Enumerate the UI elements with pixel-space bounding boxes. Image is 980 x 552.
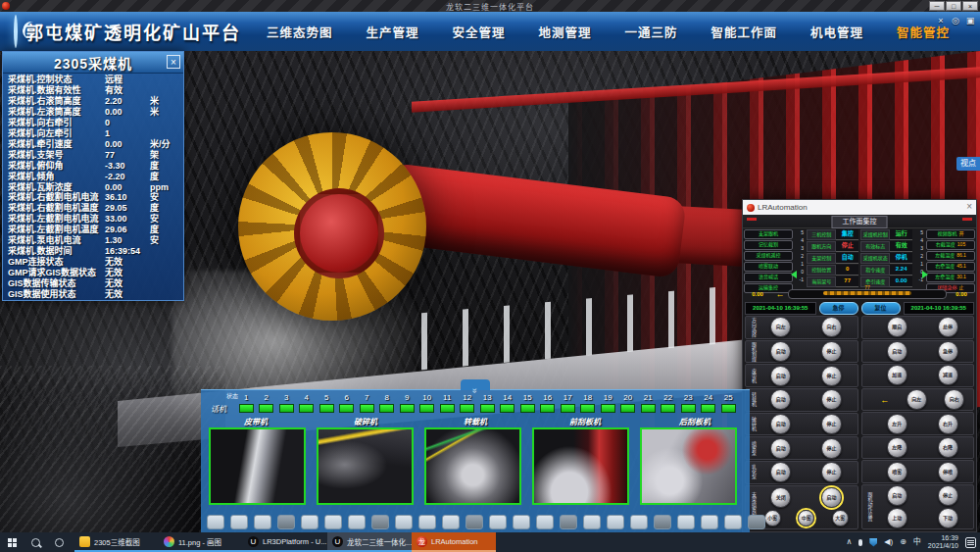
round-button-停止[interactable]: 停止 xyxy=(821,414,842,434)
round-button-启动[interactable]: 启动 xyxy=(770,438,791,459)
shearer-close-icon[interactable]: × xyxy=(167,55,180,69)
start-button[interactable] xyxy=(0,532,24,552)
strip-tile[interactable] xyxy=(466,515,483,529)
ime-indicator[interactable]: 中 xyxy=(913,532,921,552)
round-button-减速[interactable]: 减速 xyxy=(938,365,958,385)
round-button-启动[interactable]: 启动 xyxy=(887,341,907,362)
close-button[interactable]: × xyxy=(962,1,978,11)
round-button-总停[interactable]: 总停 xyxy=(938,317,958,337)
strip-tile[interactable] xyxy=(701,515,718,529)
tools-icon[interactable]: × xyxy=(935,15,947,26)
strip-tile[interactable] xyxy=(536,515,554,529)
strip-tile[interactable] xyxy=(724,515,742,529)
round-button-启动[interactable]: 启动 xyxy=(770,462,791,482)
round-button-左降[interactable]: 左降 xyxy=(887,437,907,458)
channel-status-block[interactable] xyxy=(339,404,354,413)
camera-thumbnail-5[interactable] xyxy=(640,427,737,505)
strip-tile[interactable] xyxy=(654,515,671,529)
mode-button[interactable]: 支架跟机 xyxy=(744,229,793,239)
fullscreen-icon[interactable]: ▣ xyxy=(964,15,976,26)
channel-status-block[interactable] xyxy=(500,404,514,413)
round-button-左升[interactable]: 左升 xyxy=(887,414,907,434)
nav-item-5[interactable]: 一通三防 xyxy=(625,23,678,41)
strip-tile[interactable] xyxy=(513,515,530,529)
round-button-顺启[interactable]: 顺启 xyxy=(887,317,907,337)
round-button-启动[interactable]: 启动 xyxy=(770,366,791,386)
status-button[interactable]: 右截温度105 xyxy=(926,240,975,250)
channel-status-block[interactable] xyxy=(379,404,394,413)
camera-thumbnail-3[interactable] xyxy=(424,427,521,505)
taskbar-item-2[interactable]: 11.png - 画图 xyxy=(159,532,243,552)
round-button-下动[interactable]: 下动 xyxy=(938,508,958,528)
microphone-icon[interactable] xyxy=(858,539,862,546)
status-button[interactable]: 左牵温度30.1 xyxy=(926,273,975,282)
round-button-启动[interactable]: 启动 xyxy=(821,487,842,508)
nav-item-6[interactable]: 智能工作面 xyxy=(711,23,778,41)
strip-tile[interactable] xyxy=(254,515,271,529)
mode-button[interactable]: 语音喊话 xyxy=(744,273,793,282)
nav-item-7[interactable]: 机电管理 xyxy=(810,23,863,41)
strip-tile[interactable] xyxy=(348,515,366,529)
strip-tile[interactable] xyxy=(230,515,248,529)
round-button-向右[interactable]: 向右 xyxy=(821,317,842,337)
round-button-停止[interactable]: 停止 xyxy=(938,485,958,506)
strip-tile[interactable] xyxy=(607,515,624,529)
strip-tile[interactable] xyxy=(677,515,695,529)
cortana-button[interactable] xyxy=(47,532,71,552)
mode-button[interactable]: 采煤机遥控 xyxy=(744,251,793,261)
taskbar-item-5[interactable]: 龙LRAutomation xyxy=(412,532,496,552)
minimize-button[interactable]: ─ xyxy=(929,1,945,11)
round-button-启动[interactable]: 启动 xyxy=(770,341,791,362)
network-globe-icon[interactable]: ⊕ xyxy=(900,532,906,552)
round-button-启动[interactable]: 启动 xyxy=(887,485,907,506)
round-button-启动[interactable]: 启动 xyxy=(770,389,791,410)
nav-item-3[interactable]: 安全管理 xyxy=(453,23,506,41)
lrautomation-titlebar[interactable]: LRAutomation × xyxy=(743,200,976,215)
round-button-上动[interactable]: 上动 xyxy=(887,508,907,528)
search-button[interactable] xyxy=(24,532,47,552)
round-button-急停[interactable]: 急停 xyxy=(938,341,958,362)
round-button-中雾[interactable]: 中雾 xyxy=(798,510,814,527)
strip-tile[interactable] xyxy=(301,515,318,529)
channel-status-block[interactable] xyxy=(561,404,575,413)
round-button-右降[interactable]: 右降 xyxy=(938,437,958,458)
strip-tile[interactable] xyxy=(583,515,601,529)
strip-tile[interactable] xyxy=(748,515,765,529)
channel-status-block[interactable] xyxy=(239,404,254,413)
round-button-停止[interactable]: 停止 xyxy=(821,438,842,459)
collapse-chevron-button[interactable]: « xyxy=(461,379,490,390)
mode-button[interactable]: 喷雾联动 xyxy=(744,262,793,272)
strip-tile[interactable] xyxy=(371,515,389,529)
strip-tile[interactable] xyxy=(277,515,295,529)
status-button[interactable]: 右牵温度45.1 xyxy=(926,262,975,272)
strip-tile[interactable] xyxy=(395,515,413,529)
channel-status-block[interactable] xyxy=(279,404,294,413)
reset-button[interactable]: 复位 xyxy=(861,302,901,315)
slider-track[interactable]: 77 xyxy=(788,289,947,299)
channel-status-block[interactable] xyxy=(701,404,715,413)
estop-button[interactable]: 急停 xyxy=(819,302,858,315)
camera-thumbnail-1[interactable] xyxy=(209,427,306,505)
round-button-停止[interactable]: 停止 xyxy=(821,366,842,386)
camera-thumbnail-2[interactable] xyxy=(317,427,414,505)
channel-status-block[interactable] xyxy=(400,404,415,413)
round-button-停止[interactable]: 停止 xyxy=(821,462,842,482)
nav-item-4[interactable]: 地测管理 xyxy=(539,23,592,41)
round-button-关闭[interactable]: 关闭 xyxy=(770,487,791,508)
taskbar-item-1[interactable]: 2305三维截图 xyxy=(74,532,159,552)
channel-status-block[interactable] xyxy=(460,404,474,413)
camera-thumbnail-4[interactable] xyxy=(532,427,629,505)
channel-status-block[interactable] xyxy=(661,404,675,413)
channel-status-block[interactable] xyxy=(620,404,635,413)
round-button-喷雾[interactable]: 喷雾 xyxy=(887,462,907,482)
channel-status-block[interactable] xyxy=(540,404,555,413)
round-button-向左[interactable]: 向左 xyxy=(770,317,791,337)
round-button-向右[interactable]: 向右 xyxy=(944,389,964,410)
strip-tile[interactable] xyxy=(630,515,648,529)
settings-icon[interactable]: ◎ xyxy=(950,15,961,26)
round-button-向左[interactable]: 向左 xyxy=(906,389,927,410)
round-button-停止[interactable]: 停止 xyxy=(821,389,842,410)
status-button[interactable]: 左截温度86.1 xyxy=(926,251,975,261)
channel-status-block[interactable] xyxy=(419,404,434,413)
channel-status-block[interactable] xyxy=(360,404,374,413)
